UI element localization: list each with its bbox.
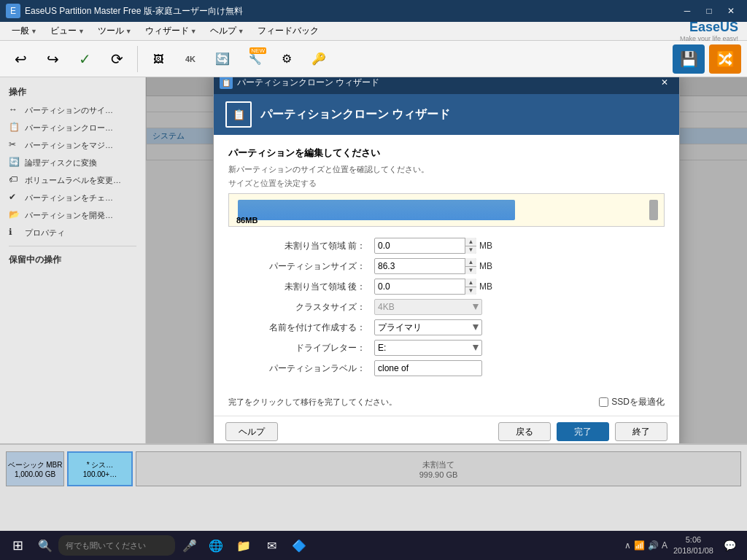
sidebar-item-explore[interactable]: 📂 パーティションを開発… [0, 206, 145, 224]
drive-letter-label: ドライブレター： [228, 338, 374, 358]
sidebar-section-operations: 操作 [0, 83, 145, 101]
disk-partition-sys[interactable]: * シス… 100.00+… [67, 451, 133, 486]
undo-button[interactable]: ↩ [6, 44, 35, 74]
spin-buttons: ▲ ▼ [465, 279, 476, 295]
unalloc-after-unit: MB [479, 281, 492, 292]
menu-arrow: ▼ [238, 28, 244, 35]
start-button[interactable]: ⊞ [0, 531, 35, 560]
spin-buttons: ▲ ▼ [465, 238, 476, 254]
taskbar-mic[interactable]: 🎤 [178, 534, 201, 557]
sidebar-item-properties[interactable]: ℹ プロパティ [0, 224, 145, 241]
clone-icon: 📋 [9, 122, 20, 133]
taskbar-wifi-icon[interactable]: 📶 [634, 540, 645, 551]
menu-feedback[interactable]: フィードバック [252, 23, 325, 39]
taskbar-search-text: 何でも聞いてください [66, 540, 146, 551]
taskbar-mail-icon[interactable]: ✉ [260, 534, 283, 557]
taskbar-app-icon[interactable]: 🔷 [287, 534, 311, 557]
partition-type-select[interactable]: プライマリ 論理 [374, 319, 482, 335]
partition-label-input[interactable] [374, 360, 482, 376]
app-icon: E [6, 4, 20, 18]
taskbar-ie-icon[interactable]: 🌐 [204, 534, 228, 557]
partition-label-label: パーティションラベル： [228, 358, 374, 378]
taskbar-folder-icon[interactable]: 📁 [232, 534, 255, 557]
properties-icon: ℹ [9, 227, 20, 238]
tool-btn-1[interactable]: 🖼 [144, 44, 173, 74]
dialog-title-bar: 📋 パーティションクローン ウィザード ✕ [214, 77, 679, 94]
redo-button[interactable]: ↪ [38, 44, 67, 74]
menu-arrow: ▼ [31, 28, 37, 35]
toolbar: ↩ ↪ ✓ ⟳ 🖼 4K 🔄 🔧 NEW ⚙ 🔑 💾 🔀 [0, 41, 747, 77]
spin-up-button[interactable]: ▲ [465, 258, 476, 267]
partition-size-spinner: ▲ ▼ [374, 258, 476, 274]
taskbar-volume-icon[interactable]: 🔊 [648, 540, 659, 551]
tool-btn-clone[interactable]: 🔄 [208, 44, 237, 74]
ssd-optimize-checkbox[interactable]: SSDを最適化 [599, 396, 665, 408]
cluster-size-label: クラスタサイズ： [228, 297, 374, 317]
cancel-button[interactable]: 終了 [615, 422, 667, 441]
form-table: 未割り当て領域 前： ▲ ▼ [228, 236, 665, 378]
taskbar-notification[interactable]: 💬 [719, 535, 740, 556]
dialog-header-title: パーティションクローン ウィザード [260, 107, 450, 122]
disk-label: ベーシック MBR 1,000.00 GB [6, 451, 64, 486]
disk-partition-unalloc[interactable]: 未割当て 999.90 GB [136, 451, 741, 486]
toolbar-right-group: 💾 🔀 [673, 44, 741, 74]
spin-down-button[interactable]: ▼ [465, 287, 476, 295]
disk-type: ベーシック MBR [8, 460, 63, 470]
partition-size-input[interactable] [374, 258, 476, 274]
title-bar: E EaseUS Partition Master Free 版-家庭ユーザー向… [0, 0, 747, 22]
menu-wizard[interactable]: ウィザード ▼ [139, 23, 203, 39]
help-button[interactable]: ヘルプ [225, 422, 278, 441]
disk-size: 1,000.00 GB [15, 470, 55, 478]
cluster-size-select[interactable]: 4KB [374, 299, 482, 315]
partition-bar-resize-handle[interactable] [649, 200, 658, 220]
sidebar-item-label[interactable]: 🏷 ボリュームラベルを変更… [0, 171, 145, 189]
toolbar-right-btn-2[interactable]: 🔀 [709, 44, 741, 74]
menu-tools[interactable]: ツール ▼ [92, 23, 138, 39]
refresh-button[interactable]: ⟳ [102, 44, 131, 74]
footer-text: 完了をクリックして移行を完了してください。 [228, 397, 397, 408]
sidebar-item-clone[interactable]: 📋 パーティションクロー… [0, 119, 145, 136]
maximize-button[interactable]: □ [699, 3, 719, 19]
tool-btn-4k[interactable]: 4K [176, 44, 205, 74]
menu-view[interactable]: ビュー ▼ [44, 23, 90, 39]
menu-general[interactable]: 一般 ▼ [6, 23, 43, 39]
unalloc-before-input[interactable] [374, 238, 476, 254]
partition-size-label: パーティションサイズ： [228, 256, 374, 276]
menu-arrow: ▼ [125, 28, 132, 35]
menu-arrow: ▼ [190, 28, 197, 35]
apply-button[interactable]: ✓ [70, 44, 99, 74]
sidebar-item-resize[interactable]: ↔ パーティションのサイ… [0, 101, 145, 119]
partition-bar-blue[interactable] [238, 200, 515, 220]
spin-down-button[interactable]: ▼ [465, 246, 476, 254]
menu-arrow: ▼ [78, 28, 85, 35]
dialog-close-button[interactable]: ✕ [656, 77, 673, 90]
unalloc-after-input[interactable] [374, 279, 476, 295]
ssd-checkbox-input[interactable] [599, 397, 608, 407]
spin-up-button[interactable]: ▲ [465, 279, 476, 287]
tool-btn-key[interactable]: 🔑 [304, 44, 333, 74]
drive-letter-select[interactable]: E: F: G: [374, 340, 482, 356]
sidebar-item-convert[interactable]: 🔄 論理ディスクに変換 [0, 154, 145, 171]
spin-down-button[interactable]: ▼ [465, 267, 476, 275]
minimize-button[interactable]: ─ [677, 3, 697, 19]
toolbar-right-btn-1[interactable]: 💾 [673, 44, 705, 74]
tool-btn-settings[interactable]: ⚙ [272, 44, 301, 74]
taskbar-search-box[interactable]: 何でも聞いてください [58, 535, 175, 556]
ssd-label: SSDを最適化 [611, 396, 665, 408]
dialog-header-icon: 📋 [225, 101, 252, 128]
taskbar-search-icon[interactable]: 🔍 [35, 534, 55, 557]
finish-button[interactable]: 完了 [557, 422, 609, 441]
partition-size-field: ▲ ▼ MB [374, 258, 665, 274]
back-button[interactable]: 戻る [498, 422, 551, 441]
check-icon: ✔ [9, 192, 20, 203]
menu-help[interactable]: ヘルプ ▼ [204, 23, 250, 39]
merge-icon: ✂ [9, 139, 20, 151]
taskbar-arrow-icon[interactable]: ∧ [624, 540, 631, 551]
menu-bar: 一般 ▼ ビュー ▼ ツール ▼ ウィザード ▼ ヘルプ ▼ フィードバック E… [0, 22, 747, 41]
tool-btn-new[interactable]: 🔧 NEW [240, 44, 269, 74]
spin-up-button[interactable]: ▲ [465, 238, 476, 246]
taskbar-time[interactable]: 5:06 2018/01/08 [673, 534, 713, 557]
sidebar-item-check[interactable]: ✔ パーティションをチェ… [0, 189, 145, 206]
close-button[interactable]: ✕ [721, 3, 741, 19]
sidebar-item-merge[interactable]: ✂ パーティションをマジ… [0, 136, 145, 154]
